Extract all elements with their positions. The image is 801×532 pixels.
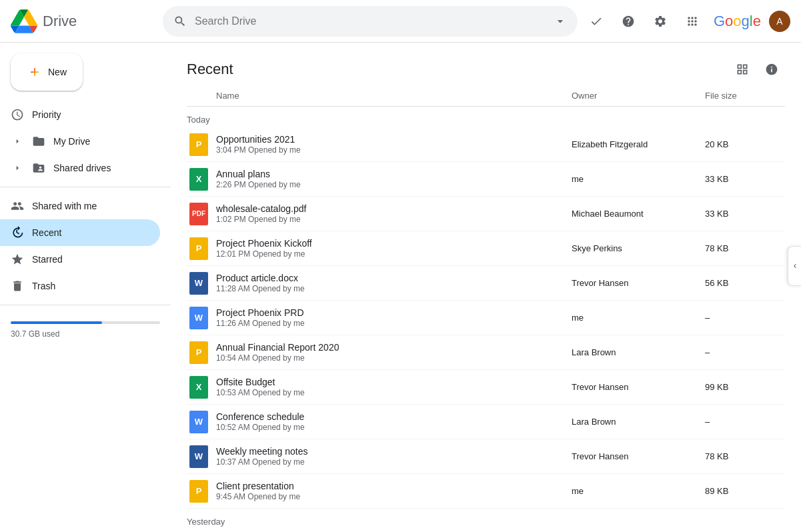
grid-icon (686, 15, 699, 28)
table-row[interactable]: W Product article.docx 11:28 AM Opened b… (187, 266, 785, 301)
file-size: 78 KB (705, 451, 785, 461)
storage-bar-bg (11, 321, 160, 324)
sidebar-item-starred[interactable]: Starred (0, 246, 160, 273)
file-owner: Michael Beaumont (572, 209, 705, 219)
topbar-right: Google A (583, 8, 790, 35)
storage-bar-fill (11, 321, 102, 324)
file-icon-container: W (187, 271, 211, 295)
table-row[interactable]: P Opportunities 2021 3:04 PM Opened by m… (187, 127, 785, 162)
question-icon (622, 15, 635, 28)
file-size: 33 KB (705, 209, 785, 219)
file-size: 33 KB (705, 174, 785, 184)
table-row[interactable]: W Project Phoenix PRD 11:26 AM Opened by… (187, 301, 785, 335)
people-icon (11, 199, 24, 213)
file-size: 89 KB (705, 486, 785, 496)
file-time: 11:26 AM Opened by me (216, 319, 572, 328)
file-owner: me (572, 174, 705, 184)
people-folder-icon (32, 161, 45, 175)
file-owner: Skye Perkins (572, 243, 705, 253)
file-info: Product article.docx 11:28 AM Opened by … (216, 273, 572, 293)
checkmark-icon (590, 15, 603, 28)
file-time: 1:02 PM Opened by me (216, 215, 572, 224)
file-info: wholesale-catalog.pdf 1:02 PM Opened by … (216, 203, 572, 224)
file-info: Annual plans 2:26 PM Opened by me (216, 169, 572, 189)
sidebar-item-recent[interactable]: Recent (0, 219, 160, 246)
side-panel-toggle[interactable] (788, 246, 801, 286)
file-owner: Lara Brown (572, 347, 705, 357)
col-size-header: File size (705, 91, 785, 101)
file-type-icon: P (189, 341, 208, 364)
sidebar-item-trash[interactable]: Trash (0, 273, 160, 299)
support-icon-btn[interactable] (583, 8, 610, 35)
table-row[interactable]: W Conference schedule 10:52 AM Opened by… (187, 405, 785, 439)
file-icon-container: W (187, 445, 211, 469)
table-row[interactable]: P Project Phoenix Kickoff 12:01 PM Opene… (187, 231, 785, 266)
col-owner-header: Owner (572, 91, 705, 101)
table-row[interactable]: X Offsite Budget 10:53 AM Opened by me T… (187, 370, 785, 405)
table-row[interactable]: X Annual plans 2:26 PM Opened by me me 3… (187, 162, 785, 197)
apps-icon-btn[interactable] (679, 8, 706, 35)
table-row[interactable]: P Annual Financial Report 2020 10:54 AM … (187, 335, 785, 370)
search-input[interactable] (195, 15, 546, 27)
col-name-header: Name (187, 91, 572, 101)
file-type-icon: W (189, 272, 208, 295)
section-yesterday: Yesterday (187, 509, 785, 529)
file-name: wholesale-catalog.pdf (216, 203, 572, 214)
file-info: Client presentation 9:45 AM Opened by me (216, 481, 572, 501)
sidebar-item-priority[interactable]: Priority (0, 101, 160, 128)
info-icon (765, 63, 778, 76)
main-header: Recent (187, 43, 785, 91)
file-type-icon: X (189, 376, 208, 399)
file-size: 20 KB (705, 139, 785, 149)
sidebar-divider-1 (0, 187, 171, 187)
settings-icon-btn[interactable] (647, 8, 674, 35)
sidebar-item-my-drive[interactable]: My Drive (0, 128, 160, 155)
file-list: P Opportunities 2021 3:04 PM Opened by m… (187, 127, 785, 509)
file-size: – (705, 313, 785, 323)
file-owner: me (572, 486, 705, 496)
new-button[interactable]: New (11, 53, 83, 91)
file-time: 12:01 PM Opened by me (216, 249, 572, 259)
info-btn[interactable] (758, 56, 785, 83)
sidebar-item-shared-drives[interactable]: Shared drives (0, 155, 160, 181)
gear-icon (654, 15, 667, 28)
search-bar[interactable] (163, 6, 578, 37)
table-row[interactable]: P Client presentation 9:45 AM Opened by … (187, 474, 785, 509)
file-icon-container: P (187, 341, 211, 365)
file-owner: me (572, 313, 705, 323)
sidebar-item-my-drive-label: My Drive (53, 136, 90, 147)
expand-icon[interactable] (11, 161, 24, 175)
expand-icon[interactable] (11, 135, 24, 148)
search-dropdown-icon[interactable] (554, 15, 567, 28)
storage-label: 30.7 GB used (11, 329, 160, 339)
file-icon-container: P (187, 237, 211, 261)
file-owner: Lara Brown (572, 417, 705, 427)
file-owner: Trevor Hansen (572, 451, 705, 461)
file-name: Opportunities 2021 (216, 134, 572, 145)
file-icon-container: X (187, 167, 211, 191)
file-info: Project Phoenix Kickoff 12:01 PM Opened … (216, 238, 572, 259)
file-info: Offsite Budget 10:53 AM Opened by me (216, 377, 572, 397)
avatar[interactable]: A (769, 11, 790, 32)
file-time: 10:53 AM Opened by me (216, 388, 572, 397)
file-type-icon: P (189, 237, 208, 260)
file-icon-container: W (187, 410, 211, 434)
table-row[interactable]: W Weekly meeting notes 10:37 AM Opened b… (187, 439, 785, 474)
file-name: Conference schedule (216, 411, 572, 422)
page-title: Recent (187, 61, 233, 78)
file-owner: Trevor Hansen (572, 278, 705, 288)
grid-view-btn[interactable] (729, 56, 756, 83)
help-icon-btn[interactable] (615, 8, 642, 35)
app-title: Drive (43, 13, 77, 30)
file-icon-container: W (187, 306, 211, 330)
file-size: 78 KB (705, 243, 785, 253)
sidebar-item-trash-label: Trash (32, 281, 55, 291)
table-row[interactable]: PDF wholesale-catalog.pdf 1:02 PM Opened… (187, 197, 785, 231)
file-type-icon: X (189, 168, 208, 191)
search-icon (173, 15, 187, 28)
file-type-icon: P (189, 480, 208, 503)
file-name: Annual plans (216, 169, 572, 179)
drive-logo-icon (11, 8, 37, 35)
sidebar-item-shared-with-me[interactable]: Shared with me (0, 193, 160, 219)
file-time: 3:04 PM Opened by me (216, 145, 572, 155)
